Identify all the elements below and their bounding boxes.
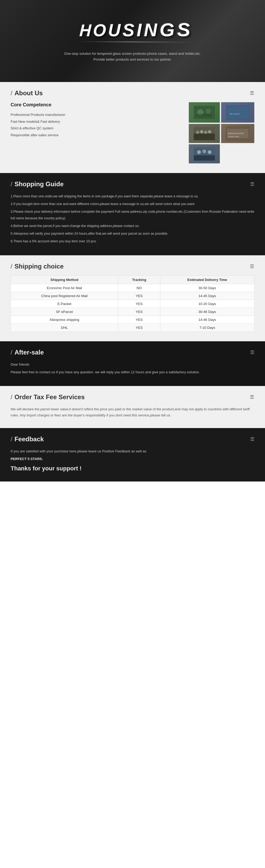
aftersale-greeting: Dear friends (10, 361, 255, 368)
cell-0-1: NO (118, 284, 160, 292)
about-image-3 (189, 124, 220, 143)
about-menu-icon[interactable]: ☰ (250, 90, 255, 96)
shipping-table: Shipping Method Tracking Estimated Deliv… (10, 275, 255, 332)
about-image-1 (189, 102, 220, 123)
cell-0-0: Economic Post Air Mail (11, 284, 118, 292)
about-image-4: ADIEWONG·EXPO亚洲爱旺学量馆 (221, 124, 255, 143)
svg-point-2 (206, 108, 211, 114)
features-list: Professional Products manufacturer Fast … (10, 112, 183, 138)
table-row: DHLYES7-10 Days (11, 324, 255, 332)
about-title: / About Us (10, 89, 43, 97)
aftersale-section: / After-sale ☰ Dear friends Please feel … (0, 341, 265, 386)
feedback-thanks: Thanks for your support ! (10, 465, 255, 472)
guide-item-3: 3.Please check your delivery information… (10, 209, 255, 222)
shopping-guide-section: / Shopping Guide ☰ 1.Place more than one… (0, 173, 265, 255)
shopping-guide-header: / Shopping Guide ☰ (10, 180, 255, 188)
shipping-section: / Shipping choice ☰ Shipping Method Trac… (0, 255, 265, 341)
aftersale-menu-icon[interactable]: ☰ (250, 349, 255, 355)
cell-5-0: DHL (11, 324, 118, 332)
table-row: China post Registered Air MailYES14-45 D… (11, 292, 255, 300)
ordertax-title: / Order Tax Fee Services (10, 393, 85, 401)
about-images: 3D curved ADIEWONG·EXPO亚洲爱旺学量馆 (189, 102, 255, 163)
feedback-message: If you are satisfied with your purchase … (10, 448, 255, 454)
feature-item: Strict & effective QC system (10, 125, 183, 132)
col-delivery: Estimated Delivery Time (160, 276, 255, 284)
guide-item-5: 5.Aliexpress will verify your payment wi… (10, 230, 255, 237)
shopping-guide-menu-icon[interactable]: ☰ (250, 181, 255, 187)
about-image-5 (189, 144, 220, 163)
svg-point-9 (196, 131, 199, 134)
svg-rect-3 (196, 114, 212, 117)
image-row-1: 3D curved (189, 102, 255, 123)
image-row-3 (189, 144, 255, 163)
shipping-menu-icon[interactable]: ☰ (250, 264, 255, 269)
ordertax-content: We will declare the parcel lower value,i… (10, 406, 255, 418)
cell-5-1: YES (118, 324, 160, 332)
cell-1-1: YES (118, 292, 160, 300)
col-tracking: Tracking (118, 276, 160, 284)
feature-item: Fast New models& Fast delivery (10, 118, 183, 125)
svg-rect-0 (194, 106, 215, 119)
cell-3-1: YES (118, 308, 160, 316)
guide-item-1: 1.Place more than one order,we will ship… (10, 193, 255, 200)
aftersale-title: / After-sale (10, 349, 44, 356)
shopping-guide-title: / Shopping Guide (10, 180, 63, 188)
cell-3-2: 30-46 Days (160, 308, 255, 316)
feature-item: Professional Products manufacturer (10, 112, 183, 118)
svg-point-20 (208, 150, 211, 154)
guide-item-2: 2.If you bought item more than one and w… (10, 201, 255, 208)
about-content: Core Competence Professional Products ma… (10, 102, 255, 163)
about-header: / About Us ☰ (10, 89, 255, 97)
feature-item: Responsible after-sales service (10, 132, 183, 138)
svg-point-11 (204, 131, 207, 134)
col-method: Shipping Method (11, 276, 118, 284)
svg-rect-21 (194, 155, 215, 161)
table-row: SF eParcelYES30-46 Days (11, 308, 255, 316)
cell-3-0: SF eParcel (11, 308, 118, 316)
aftersale-header: / After-sale ☰ (10, 349, 255, 356)
hero-section: HOUSINGS One-stop solution for tempered … (0, 0, 265, 82)
cell-2-1: YES (118, 300, 160, 308)
feedback-title: / Feedback (10, 435, 44, 443)
feedback-header: / Feedback ☰ (10, 435, 255, 443)
table-header-row: Shipping Method Tracking Estimated Deliv… (11, 276, 255, 284)
cell-1-2: 14-45 Days (160, 292, 255, 300)
svg-point-10 (200, 130, 203, 133)
feedback-menu-icon[interactable]: ☰ (250, 436, 255, 442)
about-section: / About Us ☰ Core Competence Professiona… (0, 82, 265, 173)
aftersale-content: Dear friends Please feel free to contact… (10, 361, 255, 375)
aftersale-message: Please feel free to contact us if you ha… (10, 369, 255, 375)
table-row: Aliexpress shippingYES14-46 Days (11, 316, 255, 324)
cell-4-1: YES (118, 316, 160, 324)
cell-0-2: 30-50 Days (160, 284, 255, 292)
ordertax-menu-icon[interactable]: ☰ (250, 394, 255, 400)
feedback-section: / Feedback ☰ If you are satisfied with y… (0, 428, 265, 482)
ordertax-header: / Order Tax Fee Services ☰ (10, 393, 255, 401)
ordertax-message: We will declare the parcel lower value,i… (10, 406, 255, 418)
image-row-2: ADIEWONG·EXPO亚洲爱旺学量馆 (189, 124, 255, 143)
hero-logo: HOUSINGS (79, 19, 193, 40)
svg-text:亚洲爱旺学量馆: 亚洲爱旺学量馆 (228, 136, 239, 137)
ordertax-section: / Order Tax Fee Services ☰ We will decla… (0, 386, 265, 428)
about-text: Core Competence Professional Products ma… (10, 102, 183, 138)
guide-item-4: 4.Before we send the parcel,if you want … (10, 223, 255, 229)
cell-5-2: 7-10 Days (160, 324, 255, 332)
cell-1-0: China post Registered Air Mail (11, 292, 118, 300)
table-row: Economic Post Air MailNO30-50 Days (11, 284, 255, 292)
cell-2-2: 10-20 Days (160, 300, 255, 308)
shopping-guide-content: 1.Place more than one order,we will ship… (10, 193, 255, 245)
about-image-2: 3D curved (221, 102, 255, 123)
feedback-stars: PERFECT 5 STARS. (10, 457, 255, 461)
cell-2-0: E-Packet (11, 300, 118, 308)
shipping-title: / Shipping choice (10, 263, 63, 270)
guide-item-6: 6.There has a 5% account when you buy it… (10, 238, 255, 245)
cell-4-0: Aliexpress shipping (11, 316, 118, 324)
svg-point-12 (208, 130, 211, 133)
svg-text:3D curved: 3D curved (230, 113, 239, 115)
svg-point-18 (197, 150, 201, 154)
shipping-header: / Shipping choice ☰ (10, 263, 255, 270)
svg-point-19 (203, 150, 206, 153)
table-row: E-PacketYES10-20 Days (11, 300, 255, 308)
svg-text:ADIEWONG·EXPO: ADIEWONG·EXPO (228, 132, 244, 134)
svg-rect-8 (194, 133, 215, 140)
